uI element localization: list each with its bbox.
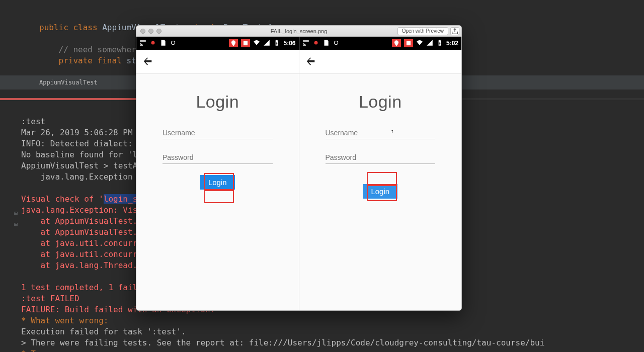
wifi-icon	[416, 39, 423, 48]
cast-icon	[302, 39, 309, 48]
password-field[interactable]	[163, 150, 273, 164]
sd-card-icon	[159, 39, 167, 48]
console-line: > There were failing tests. See the repo…	[21, 338, 544, 347]
record-icon	[149, 39, 156, 48]
svg-point-3	[314, 41, 317, 44]
visual-diff-region	[367, 172, 397, 185]
share-icon[interactable]	[450, 27, 459, 35]
baseline-screenshot: 5:06 Login Login	[136, 37, 299, 310]
checkpoint-screenshot: 5:02 Login Login ꜛ	[299, 37, 462, 310]
console-line: 1 test completed, 1 failed	[21, 283, 147, 292]
svg-rect-2	[244, 41, 248, 45]
visual-diff-region	[204, 173, 234, 190]
console-line: java.lang.Exception	[21, 172, 133, 182]
app-toolbar	[299, 50, 462, 74]
android-statusbar: 5:06	[136, 37, 299, 50]
console-line: :test	[21, 117, 45, 126]
cast-icon	[139, 39, 146, 48]
debug-icon	[404, 39, 413, 47]
circle-icon	[170, 39, 177, 48]
visual-diff-region	[204, 190, 234, 203]
clock-text: 5:06	[283, 40, 295, 47]
battery-icon	[436, 39, 443, 48]
svg-rect-5	[407, 41, 411, 45]
battery-icon	[273, 39, 280, 48]
password-field[interactable]	[326, 150, 436, 164]
mouse-cursor-icon: ꜛ	[391, 129, 393, 137]
quicklook-window[interactable]: FAIL_login_screen.png Open with Preview	[136, 25, 462, 311]
expand-stack-icon[interactable]: ⊞	[14, 221, 18, 228]
login-form: Login Login	[299, 74, 462, 310]
signal-icon	[263, 39, 270, 48]
keyword: public class	[39, 23, 102, 32]
open-with-preview-button[interactable]: Open with Preview	[397, 27, 448, 35]
signal-icon	[426, 39, 433, 48]
circle-icon	[333, 39, 340, 48]
back-arrow-icon[interactable]	[305, 55, 316, 68]
svg-point-1	[172, 41, 175, 44]
login-heading: Login	[326, 92, 436, 112]
visual-diff-region	[367, 185, 397, 201]
login-form: Login Login	[136, 74, 299, 310]
console-line: Execution failed for task ':test'.	[21, 327, 186, 336]
username-field[interactable]	[326, 126, 436, 139]
record-icon	[312, 39, 319, 48]
username-field[interactable]	[163, 126, 273, 139]
svg-point-4	[334, 41, 338, 44]
sd-card-icon	[323, 39, 330, 48]
clock-text: 5:02	[446, 40, 458, 47]
keyword: private final	[39, 56, 126, 65]
breadcrumb-item[interactable]: AppiumVisualTest	[39, 79, 98, 86]
console-line: INFO: Detected dialect: W3C	[21, 139, 152, 148]
location-icon	[392, 39, 401, 47]
android-statusbar: 5:02	[299, 37, 462, 50]
expand-stack-icon[interactable]: ⊞	[14, 210, 18, 217]
login-heading: Login	[163, 92, 273, 112]
console-line: :test FAILED	[21, 294, 79, 303]
location-icon	[229, 39, 238, 47]
svg-point-0	[151, 41, 155, 44]
wifi-icon	[253, 39, 260, 48]
console-line: * Try:	[21, 349, 50, 352]
debug-icon	[241, 39, 250, 47]
app-toolbar	[136, 50, 299, 74]
console-line: * What went wrong:	[21, 316, 108, 325]
back-arrow-icon[interactable]	[142, 55, 153, 68]
window-titlebar[interactable]: FAIL_login_screen.png Open with Preview	[136, 26, 461, 37]
